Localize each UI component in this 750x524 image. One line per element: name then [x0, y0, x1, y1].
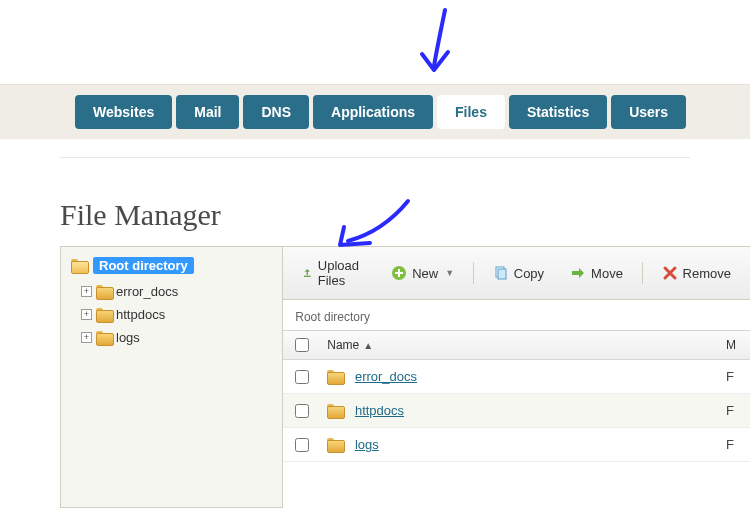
copy-label: Copy: [514, 266, 544, 281]
sort-asc-icon: ▲: [363, 340, 373, 351]
row-checkbox[interactable]: [295, 438, 309, 452]
row-m-cell: F: [722, 428, 750, 461]
tree-item-label: error_docs: [116, 284, 178, 299]
move-icon: [570, 265, 586, 281]
select-all-checkbox[interactable]: [295, 338, 309, 352]
column-name-label: Name: [327, 338, 359, 352]
toolbar: Upload Files New ▼ Copy Move Remove: [283, 247, 750, 300]
table-row: logs F: [283, 428, 750, 462]
folder-icon: [96, 285, 112, 298]
copy-button[interactable]: Copy: [482, 260, 555, 286]
tree-root[interactable]: Root directory: [69, 257, 274, 274]
toolbar-divider: [473, 262, 474, 284]
file-list-panel: Upload Files New ▼ Copy Move Remove R: [283, 246, 750, 508]
move-button[interactable]: Move: [559, 260, 634, 286]
file-link-error-docs[interactable]: error_docs: [355, 369, 417, 384]
upload-files-label: Upload Files: [318, 258, 365, 288]
tab-applications[interactable]: Applications: [313, 95, 433, 129]
chevron-down-icon: ▼: [445, 268, 454, 278]
table-row: error_docs F: [283, 360, 750, 394]
upload-files-button[interactable]: Upload Files: [291, 253, 376, 293]
tab-dns[interactable]: DNS: [243, 95, 309, 129]
tab-websites[interactable]: Websites: [75, 95, 172, 129]
tree-item-httpdocs[interactable]: + httpdocs: [81, 303, 274, 326]
folder-icon: [327, 404, 343, 417]
breadcrumb: Root directory: [283, 300, 750, 330]
tab-users[interactable]: Users: [611, 95, 686, 129]
new-button[interactable]: New ▼: [380, 260, 465, 286]
copy-icon: [493, 265, 509, 281]
column-header-m[interactable]: M: [722, 331, 750, 359]
grid-header: Name ▲ M: [283, 330, 750, 360]
folder-icon: [96, 308, 112, 321]
column-header-name[interactable]: Name ▲: [321, 331, 722, 359]
tree-item-error-docs[interactable]: + error_docs: [81, 280, 274, 303]
expand-icon[interactable]: +: [81, 286, 92, 297]
expand-icon[interactable]: +: [81, 332, 92, 343]
row-checkbox[interactable]: [295, 370, 309, 384]
row-m-cell: F: [722, 394, 750, 427]
tab-mail[interactable]: Mail: [176, 95, 239, 129]
tree-item-logs[interactable]: + logs: [81, 326, 274, 349]
row-m-cell: F: [722, 360, 750, 393]
tree-item-label: httpdocs: [116, 307, 165, 322]
new-label: New: [412, 266, 438, 281]
divider: [60, 157, 690, 158]
remove-button[interactable]: Remove: [651, 260, 742, 286]
svg-rect-0: [304, 276, 311, 277]
folder-icon: [96, 331, 112, 344]
remove-label: Remove: [683, 266, 731, 281]
upload-icon: [302, 265, 312, 281]
top-nav: Websites Mail DNS Applications Files Sta…: [0, 84, 750, 139]
table-row: httpdocs F: [283, 394, 750, 428]
plus-icon: [391, 265, 407, 281]
folder-open-icon: [71, 259, 87, 272]
expand-icon[interactable]: +: [81, 309, 92, 320]
tab-files[interactable]: Files: [437, 95, 505, 129]
folder-tree: Root directory + error_docs + httpdocs +…: [60, 246, 283, 508]
file-link-httpdocs[interactable]: httpdocs: [355, 403, 404, 418]
folder-icon: [327, 438, 343, 451]
tab-statistics[interactable]: Statistics: [509, 95, 607, 129]
toolbar-divider: [642, 262, 643, 284]
file-link-logs[interactable]: logs: [355, 437, 379, 452]
tree-root-label: Root directory: [93, 257, 194, 274]
svg-rect-3: [498, 269, 506, 279]
folder-icon: [327, 370, 343, 383]
move-label: Move: [591, 266, 623, 281]
page-title: File Manager: [60, 198, 750, 232]
remove-icon: [662, 265, 678, 281]
tree-item-label: logs: [116, 330, 140, 345]
row-checkbox[interactable]: [295, 404, 309, 418]
